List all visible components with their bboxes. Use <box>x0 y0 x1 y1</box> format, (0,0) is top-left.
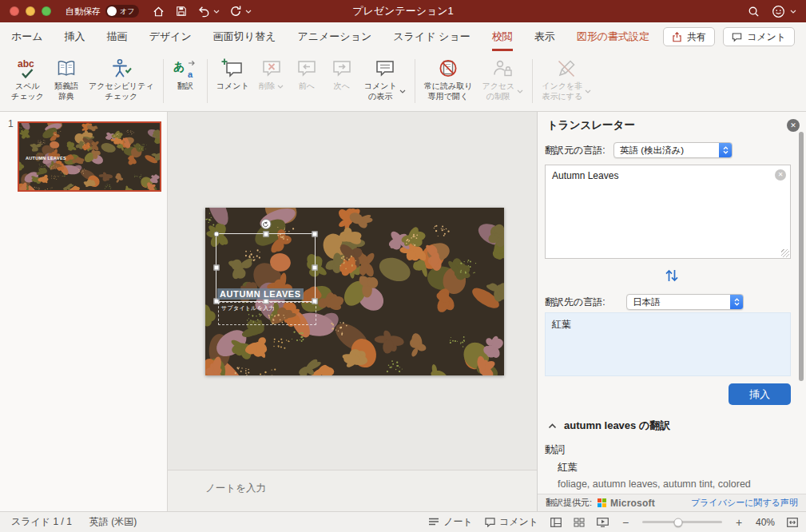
zoom-in-button[interactable]: + <box>734 516 744 529</box>
tab-insert[interactable]: 挿入 <box>65 22 85 51</box>
tab-view[interactable]: 表示 <box>534 22 555 51</box>
zoom-slider[interactable] <box>642 521 722 523</box>
hide-ink-label: インクを非 表示にする <box>542 81 582 101</box>
translator-title: トランスレーター <box>547 118 635 133</box>
minimize-window-button[interactable] <box>26 6 35 16</box>
rotate-handle[interactable] <box>260 219 271 229</box>
svg-text:abc: abc <box>18 58 34 69</box>
zoom-level[interactable]: 40% <box>756 517 775 528</box>
comments-toggle-label: コメント <box>499 515 538 529</box>
previous-comment-icon <box>296 56 318 81</box>
autosave-toggle[interactable]: 自動保存 オフ <box>66 5 139 18</box>
selection-handle[interactable] <box>312 265 318 271</box>
close-window-button[interactable] <box>10 6 19 16</box>
notes-toggle-label: ノート <box>443 515 473 529</box>
slideshow-icon <box>597 518 609 527</box>
tab-draw[interactable]: 描画 <box>107 22 128 51</box>
autosave-knob <box>107 6 117 16</box>
slide-sorter-icon <box>574 518 585 527</box>
target-language-dropdown[interactable]: 日本語 <box>626 294 744 310</box>
close-pane-icon[interactable]: ✕ <box>787 119 800 132</box>
translate-icon: あa <box>173 56 197 81</box>
tab-home[interactable]: ホーム <box>11 22 43 51</box>
notes-toggle[interactable]: ノート <box>428 515 473 529</box>
ribbon-divider <box>163 59 164 103</box>
comments-toggle[interactable]: コメント <box>485 515 538 529</box>
show-comments-button[interactable]: コメント の表示 <box>359 54 411 103</box>
clear-source-icon[interactable]: ✕ <box>775 169 786 181</box>
autosave-state: オフ <box>120 6 134 17</box>
slideshow-view-button[interactable] <box>597 518 609 527</box>
accessibility-icon <box>110 56 133 81</box>
fit-slide-to-window-button[interactable] <box>787 518 798 527</box>
redo-menu-chevron-icon[interactable] <box>245 10 252 14</box>
ribbon-divider <box>532 59 533 103</box>
selection-handle[interactable] <box>214 265 220 271</box>
resize-grip-icon[interactable] <box>781 249 789 257</box>
slide-title-text[interactable]: AUTUMN LEAVES <box>217 288 304 300</box>
notes-placeholder: ノートを入力 <box>205 482 266 495</box>
notes-icon <box>428 518 439 526</box>
subtitle-placeholder[interactable]: サブタイトルを入力 <box>218 302 316 325</box>
account-icon[interactable] <box>772 5 785 18</box>
svg-text:あ: あ <box>173 60 185 73</box>
thesaurus-icon <box>55 56 77 81</box>
always-open-readonly-button[interactable]: 常に読み取り 専用で開く <box>419 54 478 103</box>
insert-button[interactable]: 挿入 <box>729 383 791 405</box>
slide-thumbnail-panel: 1 AUTUMN LEAVES <box>0 112 168 511</box>
slide-editor-area: AUTUMN LEAVES サブタイトルを入力 ノートを入力 <box>168 112 537 511</box>
undo-menu-chevron-icon[interactable] <box>213 10 220 14</box>
tab-design[interactable]: デザイン <box>149 22 192 51</box>
selection-handle[interactable] <box>263 232 268 237</box>
swap-languages-button[interactable] <box>538 268 806 283</box>
status-bar: スライド 1 / 1 英語 (米国) ノート コメント − + 40 <box>0 511 806 532</box>
previous-comment-button: 前へ <box>289 54 324 93</box>
zoom-slider-knob[interactable] <box>673 518 682 526</box>
share-button[interactable]: 共有 <box>663 27 715 46</box>
redo-icon[interactable] <box>228 5 242 18</box>
panel-scrollbar[interactable] <box>799 132 804 381</box>
normal-view-icon <box>550 518 562 527</box>
fit-to-window-icon <box>787 518 798 527</box>
dictionary-section-toggle[interactable]: autumn leaves の翻訳 <box>538 419 806 433</box>
source-text: Autumn Leaves <box>552 170 618 181</box>
slide-sorter-view-button[interactable] <box>574 518 585 527</box>
search-icon[interactable] <box>747 5 760 18</box>
tab-shape-format[interactable]: 図形の書式設定 <box>577 22 649 51</box>
thesaurus-button[interactable]: 類義語 辞典 <box>49 54 84 103</box>
ribbon-tab-bar: ホーム 挿入 描画 デザイン 画面切り替え アニメーション スライド ショー 校… <box>0 22 806 51</box>
source-text-area[interactable]: Autumn Leaves ✕ <box>545 165 791 259</box>
target-language-value: 日本語 <box>633 296 727 308</box>
slide-canvas[interactable]: AUTUMN LEAVES サブタイトルを入力 <box>205 208 504 375</box>
fullscreen-window-button[interactable] <box>42 6 51 16</box>
readonly-icon <box>437 56 459 81</box>
privacy-link[interactable]: プライバシーに関する声明 <box>691 497 798 509</box>
language-indicator[interactable]: 英語 (米国) <box>89 515 137 529</box>
traffic-lights <box>10 6 51 16</box>
selection-handle[interactable] <box>312 232 318 237</box>
account-menu-chevron-icon[interactable] <box>790 10 796 14</box>
spell-check-button[interactable]: abc スペル チェック <box>6 54 49 103</box>
tab-slideshow[interactable]: スライド ショー <box>393 22 470 51</box>
new-comment-button[interactable]: コメント <box>212 54 254 93</box>
selection-handle[interactable] <box>214 232 220 237</box>
comments-button[interactable]: コメント <box>723 27 795 46</box>
normal-view-button[interactable] <box>550 518 562 527</box>
save-icon[interactable] <box>174 5 188 18</box>
slide-counter: スライド 1 / 1 <box>11 515 72 529</box>
part-of-speech-label: 動詞 <box>545 443 806 457</box>
translate-label: 翻訳 <box>177 81 193 92</box>
source-language-dropdown[interactable]: 英語 (検出済み) <box>613 142 733 158</box>
undo-icon[interactable] <box>197 5 210 18</box>
tab-transitions[interactable]: 画面切り替え <box>213 22 276 51</box>
home-icon[interactable] <box>152 5 165 18</box>
notes-pane[interactable]: ノートを入力 <box>168 470 537 511</box>
accessibility-check-button[interactable]: アクセシビリティ チェック <box>84 54 159 103</box>
tab-animations[interactable]: アニメーション <box>297 22 371 51</box>
slide-thumbnail[interactable]: AUTUMN LEAVES <box>18 121 161 192</box>
comments-button-label: コメント <box>747 30 786 44</box>
zoom-out-button[interactable]: − <box>621 516 630 529</box>
tab-review[interactable]: 校閲 <box>492 22 513 51</box>
dictionary-term: 紅葉 <box>558 461 806 474</box>
translate-button[interactable]: あa 翻訳 <box>168 54 203 93</box>
